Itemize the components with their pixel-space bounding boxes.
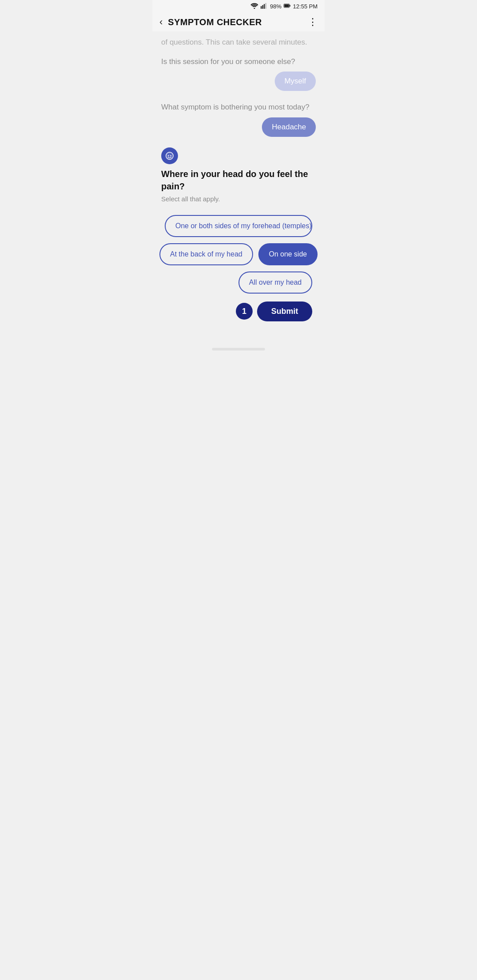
page-title: SYMPTOM CHECKER: [168, 17, 303, 27]
status-bar: 98% 12:55 PM: [152, 0, 325, 13]
app-bar: ‹ SYMPTOM CHECKER ⋮: [152, 13, 325, 31]
svg-rect-4: [265, 3, 266, 9]
more-menu-button[interactable]: ⋮: [308, 16, 318, 28]
battery-icon: [284, 3, 291, 10]
svg-rect-1: [261, 6, 262, 9]
battery-text: 98%: [270, 3, 281, 10]
time: 12:55 PM: [293, 3, 318, 10]
submit-row: 1 Submit: [161, 302, 316, 321]
answer-1-wrap: Myself: [161, 72, 316, 91]
option-row-2: At the back of my head On one side: [165, 243, 312, 265]
submit-button[interactable]: Submit: [257, 302, 312, 321]
option-back[interactable]: At the back of my head: [159, 243, 253, 265]
svg-rect-6: [290, 5, 291, 7]
option-row-3: All over my head: [165, 271, 312, 294]
bot-avatar: [161, 147, 178, 164]
chat-content: of questions. This can take several minu…: [152, 31, 325, 343]
svg-point-0: [254, 8, 255, 9]
answer-2-wrap: Headache: [161, 117, 316, 137]
bot-avatar-row: [161, 147, 316, 164]
svg-point-9: [168, 155, 169, 156]
svg-point-10: [170, 155, 171, 156]
status-icons: 98% 12:55 PM: [250, 3, 318, 10]
question-1: Is this session for you or someone else?: [161, 56, 316, 68]
option-all-over[interactable]: All over my head: [238, 271, 312, 294]
options-area: One or both sides of my forehead (temple…: [161, 215, 316, 294]
question-2: What symptom is bothering you most today…: [161, 102, 316, 113]
option-row-1: One or both sides of my forehead (temple…: [165, 215, 312, 237]
svg-rect-2: [262, 5, 263, 9]
back-button[interactable]: ‹: [159, 16, 163, 28]
answer-2-bubble: Headache: [262, 117, 316, 137]
select-all-label: Select all that apply.: [161, 195, 316, 203]
active-question: Where in your head do you feel the pain?: [161, 168, 316, 192]
bottom-nav-indicator: [212, 348, 265, 351]
svg-rect-7: [284, 4, 289, 7]
option-one-side[interactable]: On one side: [258, 243, 318, 265]
answer-1-bubble: Myself: [275, 72, 316, 91]
svg-rect-3: [264, 4, 265, 9]
selected-count-badge: 1: [236, 303, 253, 320]
option-temples[interactable]: One or both sides of my forehead (temple…: [165, 215, 312, 237]
intro-text: of questions. This can take several minu…: [161, 37, 316, 48]
wifi-icon: [250, 3, 258, 10]
signal-icon: [261, 3, 268, 10]
svg-point-8: [166, 151, 174, 159]
